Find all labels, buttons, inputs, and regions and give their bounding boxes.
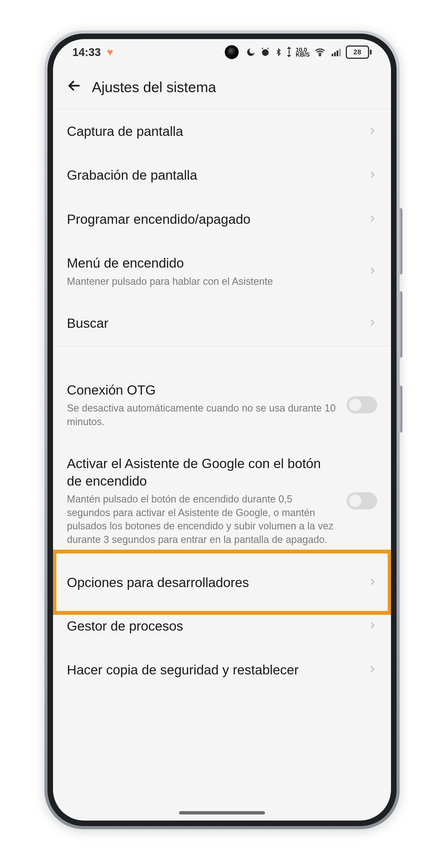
volume-down-button[interactable]: [398, 291, 403, 358]
row-title: Conexión OTG: [67, 381, 338, 399]
svg-point-0: [262, 49, 269, 56]
row-title: Gestor de procesos: [67, 618, 359, 635]
screen: 14:33 ♥ ⇡⇣: [53, 39, 391, 820]
row-title: Opciones para desarrolladores: [67, 574, 359, 591]
phone-frame: 14:33 ♥ ⇡⇣: [45, 31, 399, 829]
row-backup-restore[interactable]: Hacer copia de seguridad y restablecer: [53, 648, 391, 692]
chevron-right-icon: [367, 316, 377, 330]
otg-toggle[interactable]: [347, 396, 377, 413]
settings-list[interactable]: Captura de pantalla Grabación de pantall…: [53, 110, 391, 820]
row-title: Activar el Asistente de Google con el bo…: [67, 455, 338, 490]
chevron-right-icon: [367, 663, 377, 677]
data-arrows-icon: ⇡⇣: [286, 48, 292, 57]
chevron-right-icon: [367, 125, 377, 138]
svg-rect-5: [339, 49, 341, 56]
svg-rect-4: [336, 51, 338, 56]
battery-level: 28: [354, 48, 362, 56]
chevron-right-icon: [367, 619, 377, 633]
chevron-right-icon: [367, 212, 377, 226]
row-title: Buscar: [67, 315, 359, 332]
wifi-icon: [314, 47, 326, 57]
signal-icon: [330, 47, 341, 57]
status-time: 14:33: [72, 46, 101, 59]
row-otg[interactable]: Conexión OTG Se desactiva automáticament…: [53, 368, 391, 442]
phone-bezel: 14:33 ♥ ⇡⇣: [48, 34, 396, 826]
row-subtitle: Mantén pulsado el botón de encendido dur…: [67, 493, 338, 546]
section-divider: [53, 345, 391, 368]
heart-icon: ♥: [107, 46, 113, 58]
svg-rect-2: [332, 54, 333, 56]
svg-rect-3: [334, 52, 336, 56]
power-button[interactable]: [398, 385, 403, 433]
chevron-right-icon: [367, 168, 377, 183]
alarm-icon: [260, 47, 270, 57]
home-indicator[interactable]: [179, 811, 265, 814]
volume-up-button[interactable]: [398, 208, 403, 275]
battery-indicator: 28: [346, 45, 372, 59]
row-process-manager[interactable]: Gestor de procesos: [53, 611, 391, 648]
row-developer-options[interactable]: Opciones para desarrolladores: [53, 555, 391, 611]
network-speed: 10,0 KB/S: [296, 48, 310, 57]
page-title: Ajustes del sistema: [92, 79, 216, 95]
row-subtitle: Se desactiva automáticamente cuando no s…: [67, 402, 338, 429]
chevron-right-icon: [367, 265, 377, 278]
row-title: Grabación de pantalla: [67, 167, 359, 184]
bluetooth-icon: [275, 47, 283, 57]
row-screenshot[interactable]: Captura de pantalla: [53, 110, 391, 153]
moon-icon: [246, 47, 256, 57]
camera-hole: [225, 45, 239, 59]
row-schedule-power[interactable]: Programar encendido/apagado: [53, 197, 391, 241]
row-title: Hacer copia de seguridad y restablecer: [67, 661, 359, 679]
row-power-menu[interactable]: Menú de encendido Mantener pulsado para …: [53, 241, 391, 302]
chevron-right-icon: [367, 576, 377, 590]
assistant-toggle[interactable]: [347, 492, 377, 509]
row-search[interactable]: Buscar: [53, 302, 391, 345]
row-title: Captura de pantalla: [67, 123, 359, 140]
row-title: Menú de encendido: [67, 255, 359, 272]
row-screen-recording[interactable]: Grabación de pantalla: [53, 153, 391, 197]
status-bar: 14:33 ♥ ⇡⇣: [53, 39, 391, 65]
page-header: Ajustes del sistema: [53, 65, 391, 110]
row-subtitle: Mantener pulsado para hablar con el Asis…: [67, 275, 359, 288]
row-title: Programar encendido/apagado: [67, 211, 359, 228]
back-arrow-icon[interactable]: [66, 78, 82, 97]
svg-point-1: [319, 55, 321, 56]
row-google-assistant[interactable]: Activar el Asistente de Google con el bo…: [53, 442, 391, 555]
